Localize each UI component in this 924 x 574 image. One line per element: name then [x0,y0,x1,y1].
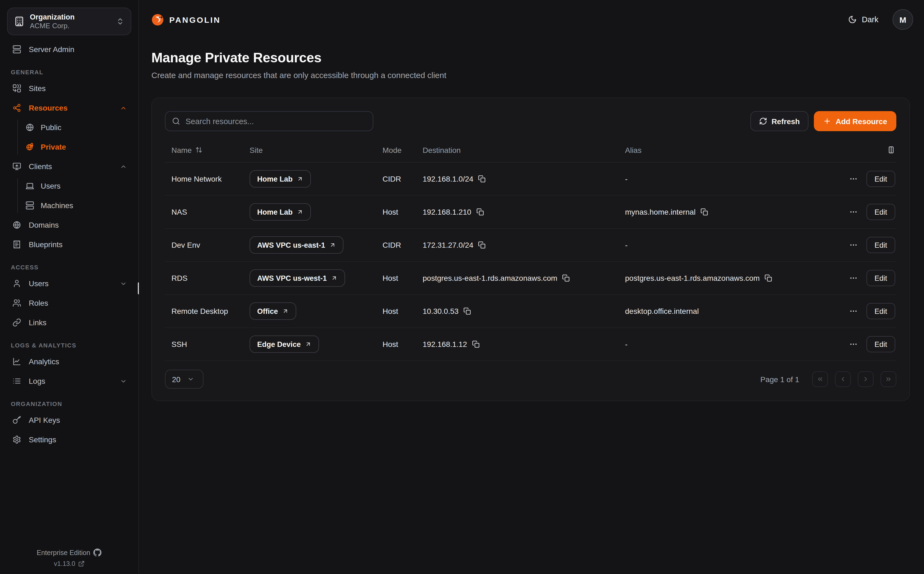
page-title: Manage Private Resources [151,50,913,66]
sidebar-item-links[interactable]: Links [7,313,131,332]
copy-icon[interactable] [478,175,486,183]
chevrons-right-icon [885,375,892,383]
sidebar-item-domains[interactable]: Domains [7,215,131,235]
org-value: ACME Corp. [30,22,111,30]
sidebar-item-roles[interactable]: Roles [7,293,131,313]
gear-icon [11,435,22,444]
resources-card: Refresh Add Resource Name Site Mode [151,98,910,401]
site-link-button[interactable]: Home Lab [250,203,311,221]
plus-icon [823,117,831,125]
laptop-icon [24,181,35,190]
sidebar-item-blueprints[interactable]: Blueprints [7,235,131,254]
version-link[interactable]: v1.13.0 [0,560,138,568]
page-size-select[interactable]: 20 [165,370,204,389]
org-selector[interactable]: Organization ACME Corp. [7,8,131,35]
sidebar-item-label: Users [41,181,127,190]
sidebar-item-settings[interactable]: Settings [7,430,131,449]
globe-icon [24,123,35,132]
sidebar-item-sites[interactable]: Sites [7,79,131,98]
sidebar-item-label: Analytics [29,357,127,366]
last-page-button[interactable] [881,371,896,387]
sidebar-item-logs[interactable]: Logs [7,371,131,391]
sidebar-item-server-admin[interactable]: Server Admin [7,39,131,59]
version-label: v1.13.0 [54,560,76,568]
external-link-icon [78,560,84,567]
brand: PANGOLIN [151,13,221,26]
table-body: Home NetworkHome LabCIDR192.168.1.0/24-E… [165,162,896,361]
col-alias: Alias [625,145,642,154]
edit-button[interactable]: Edit [866,336,895,352]
theme-toggle[interactable]: Dark [848,15,878,24]
sidebar-item-public[interactable]: Public [20,118,131,137]
site-link-button[interactable]: Edge Device [250,336,319,353]
edit-button[interactable]: Edit [866,303,895,319]
columns-icon[interactable] [887,146,895,154]
row-menu-button[interactable] [849,208,858,216]
page-subtitle: Create and manage resources that are onl… [151,71,913,80]
row-menu-button[interactable] [849,307,858,315]
sidebar-item-label: Settings [29,435,127,444]
section-label-logs-analytics: LOGS & ANALYTICS [11,342,128,348]
site-name: Home Lab [257,208,293,216]
site-link-button[interactable]: Office [250,303,296,320]
arrow-up-right-icon [305,341,312,347]
sidebar-item-users[interactable]: Users [20,176,131,196]
copy-icon[interactable] [476,208,484,216]
add-resource-button[interactable]: Add Resource [814,111,896,131]
chevron-up-icon [120,163,127,170]
edit-button[interactable]: Edit [866,171,895,187]
edit-button[interactable]: Edit [866,204,895,220]
list-icon [11,377,22,385]
sidebar-item-machines[interactable]: Machines [20,196,131,215]
edit-button[interactable]: Edit [866,237,895,253]
sort-icon[interactable] [196,146,203,153]
prev-page-button[interactable] [835,371,851,387]
site-link-button[interactable]: Home Lab [250,170,311,188]
copy-icon[interactable] [472,341,479,348]
row-menu-button[interactable] [849,274,858,282]
edition-label: Enterprise Edition [36,549,90,557]
sidebar-item-label: Users [29,279,113,288]
copy-icon[interactable] [562,274,570,282]
copy-icon[interactable] [701,208,708,216]
sidebar-item-label: Machines [41,201,127,210]
row-menu-button[interactable] [849,340,858,348]
resource-name: RDS [171,274,187,282]
sidebar-item-private[interactable]: Private [20,137,131,157]
sidebar-item-label: Clients [29,162,113,171]
sidebar-item-clients[interactable]: Clients [7,157,131,176]
site-link-button[interactable]: AWS VPC us-east-1 [250,237,344,254]
sidebar-item-api-keys[interactable]: API Keys [7,410,131,430]
resource-destination: 192.168.1.210 [422,208,471,216]
github-icon[interactable] [93,549,102,557]
row-menu-button[interactable] [849,175,858,183]
resource-destination: 192.168.1.12 [422,340,467,348]
resource-mode: CIDR [383,241,401,249]
next-page-button[interactable] [858,371,873,387]
edit-button[interactable]: Edit [866,270,895,286]
site-link-button[interactable]: AWS VPC us-west-1 [250,270,345,287]
search-input[interactable] [185,117,366,126]
page-size-value: 20 [172,375,180,383]
search-box[interactable] [165,111,373,131]
sidebar-item-users[interactable]: Users [7,274,131,293]
resource-name: SSH [171,340,187,348]
resource-name: Dev Env [171,241,200,249]
section-label-organization: ORGANIZATION [11,401,128,407]
avatar[interactable]: M [892,9,913,30]
sidebar-item-analytics[interactable]: Analytics [7,352,131,371]
site-name: Edge Device [257,340,301,348]
chevron-down-icon [120,280,127,287]
copy-icon[interactable] [464,308,471,315]
sidebar-item-resources[interactable]: Resources [7,98,131,118]
refresh-button[interactable]: Refresh [750,111,808,131]
add-resource-label: Add Resource [835,117,887,126]
copy-icon[interactable] [764,274,772,282]
first-page-button[interactable] [812,371,828,387]
sidebar-nav: Server AdminGENERALSitesResourcesPublicP… [7,39,131,449]
theme-label: Dark [862,15,878,24]
sidebar-subitems-clients: UsersMachines [7,176,131,215]
copy-icon[interactable] [478,241,486,249]
brand-name: PANGOLIN [169,15,221,24]
row-menu-button[interactable] [849,241,858,249]
